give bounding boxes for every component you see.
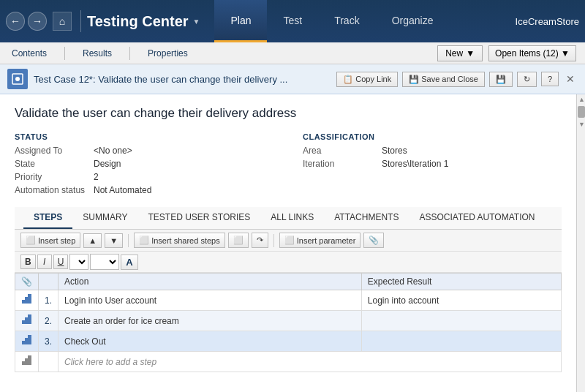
save-close-label: Save and Close (421, 75, 478, 83)
assigned-to-value: <No one> (94, 146, 132, 156)
table-row[interactable]: 1.Login into User accountLogin into acco… (15, 290, 562, 311)
tab-organize[interactable]: Organize (376, 0, 450, 42)
step-action-cell[interactable]: Check Out (58, 331, 362, 352)
nav-buttons: ← → ⌂ (6, 12, 75, 31)
step-expected-cell[interactable]: Login into account (361, 290, 561, 311)
steps-tbody: 1.Login into User accountLogin into acco… (15, 290, 562, 372)
insert-step-icon: ⬜ (26, 235, 36, 245)
app-title: Testing Center (87, 13, 189, 30)
tab-tested-user-stories[interactable]: TESTED USER STORIES (137, 207, 260, 229)
step-expected-cell[interactable] (361, 311, 561, 331)
store-name: IceCreamStore (516, 16, 579, 27)
table-row[interactable]: 3.Check Out (15, 331, 562, 352)
shared-step-btn2[interactable]: ⬜ (228, 233, 249, 248)
open-items-button[interactable]: Open Items (12) ▼ (488, 45, 576, 61)
sub-tab-properties[interactable]: Properties (145, 42, 191, 64)
insert-step-button[interactable]: ⬜ Insert step (20, 233, 80, 248)
underline-button[interactable]: U (53, 255, 69, 269)
copy-link-button[interactable]: 📋 Copy Link (336, 72, 398, 87)
svg-rect-7 (28, 314, 31, 324)
tab-associated-automation[interactable]: ASSOCIATED AUTOMATION (409, 207, 545, 229)
svg-rect-4 (28, 294, 31, 304)
scroll-thumb[interactable] (578, 106, 585, 118)
move-down-button[interactable]: ▼ (105, 233, 123, 248)
add-step-icon-cell (15, 352, 39, 372)
steps-table: 📎 Action Expected Result 1.Login into Us… (15, 273, 562, 372)
add-step-num-cell (39, 352, 58, 372)
svg-rect-13 (28, 355, 31, 365)
add-step-row[interactable]: Click here to add a step (15, 352, 562, 372)
step-number-cell: 1. (39, 290, 58, 311)
scroll-down-arrow[interactable]: ▼ (577, 119, 585, 129)
add-step-icon (22, 355, 32, 366)
tab-track[interactable]: Track (318, 0, 375, 42)
panel-header: Test Case 12*: Validate the user can cha… (0, 64, 585, 94)
sub-toolbar-right: New ▼ Open Items (12) ▼ (437, 45, 576, 61)
sub-tab-results[interactable]: Results (80, 42, 115, 64)
close-button[interactable]: ✕ (563, 72, 578, 86)
back-button[interactable]: ← (6, 12, 25, 31)
new-label: New (445, 48, 463, 59)
attachment-header-icon: 📎 (21, 276, 32, 287)
tab-test[interactable]: Test (267, 0, 318, 42)
home-button[interactable]: ⌂ (53, 12, 72, 31)
step-action-cell[interactable]: Create an order for ice cream (58, 311, 362, 331)
insert-step-label: Insert step (38, 236, 75, 245)
steps-toolbar: ⬜ Insert step ▲ ▼ ⬜ Insert shared steps … (15, 230, 562, 252)
tab-steps[interactable]: STEPS (23, 207, 72, 229)
attachment-toolbar-button[interactable]: 📎 (363, 233, 384, 248)
automation-value: Not Automated (94, 185, 151, 195)
font-family-select[interactable] (69, 254, 88, 270)
move-up-button[interactable]: ▲ (83, 233, 102, 248)
iteration-label: Iteration (303, 159, 376, 169)
app-dropdown-icon[interactable]: ▼ (193, 18, 200, 26)
italic-button[interactable]: I (37, 255, 52, 269)
step-action-cell[interactable]: Login into User account (58, 290, 362, 311)
step-icon-cell (15, 331, 39, 352)
test-case-icon (7, 69, 28, 89)
font-color-button[interactable]: A (121, 255, 137, 270)
add-step-label[interactable]: Click here to add a step (58, 352, 562, 372)
new-button[interactable]: New ▼ (437, 45, 483, 61)
form-title: Validate the user can change their deliv… (15, 106, 562, 121)
forward-button[interactable]: → (28, 12, 47, 31)
table-row[interactable]: 2.Create an order for ice cream (15, 311, 562, 331)
action-col-header: Action (58, 274, 362, 290)
refresh-button[interactable]: ↻ (517, 72, 537, 87)
insert-parameter-button[interactable]: ⬜ Insert parameter (279, 233, 361, 248)
insert-shared-icon: ⬜ (139, 235, 149, 245)
step-number-cell: 3. (39, 331, 58, 352)
svg-rect-10 (28, 335, 31, 344)
sub-tab-contents[interactable]: Contents (9, 42, 50, 64)
tab-all-links[interactable]: ALL LINKS (260, 207, 324, 229)
insert-shared-label: Insert shared steps (151, 236, 220, 245)
tab-attachments[interactable]: ATTACHMENTS (324, 207, 409, 229)
nav-tabs: Plan Test Track Organize (214, 0, 515, 42)
save-button[interactable]: 💾 (489, 72, 513, 87)
title-bar-right: IceCreamStore (516, 16, 579, 27)
open-items-label: Open Items (12) (495, 48, 559, 59)
tab-summary[interactable]: SUMMARY (72, 207, 137, 229)
panel-title: Test Case 12*: Validate the user can cha… (34, 74, 331, 85)
classification-section-label: CLASSIFICATION (303, 132, 562, 141)
sub-toolbar: Contents Results Properties New ▼ Open I… (0, 42, 585, 64)
save-close-button[interactable]: 💾 Save and Close (402, 72, 485, 87)
bold-button[interactable]: B (20, 255, 36, 269)
font-size-select[interactable] (90, 254, 119, 270)
copy-link-label: Copy Link (355, 75, 391, 83)
toolbar-sep-1 (128, 234, 129, 247)
tab-plan[interactable]: Plan (214, 0, 267, 42)
area-row: Area Stores (303, 146, 562, 156)
insert-shared-steps-button[interactable]: ⬜ Insert shared steps (134, 233, 225, 248)
insert-param-label: Insert parameter (297, 236, 356, 245)
redo-button[interactable]: ↷ (252, 233, 268, 248)
step-expected-cell[interactable] (361, 331, 561, 352)
panel-actions: 📋 Copy Link 💾 Save and Close 💾 ↻ ? ✕ (336, 72, 578, 87)
toolbar-sep-2 (273, 234, 274, 247)
help-button[interactable]: ? (541, 72, 559, 86)
scrollbar[interactable]: ▲ ▼ (576, 94, 585, 392)
test-icon-svg (11, 72, 24, 86)
scroll-up-arrow[interactable]: ▲ (577, 94, 585, 105)
content-area: Test Case 12*: Validate the user can cha… (0, 64, 585, 392)
open-items-dropdown-icon: ▼ (561, 48, 570, 59)
